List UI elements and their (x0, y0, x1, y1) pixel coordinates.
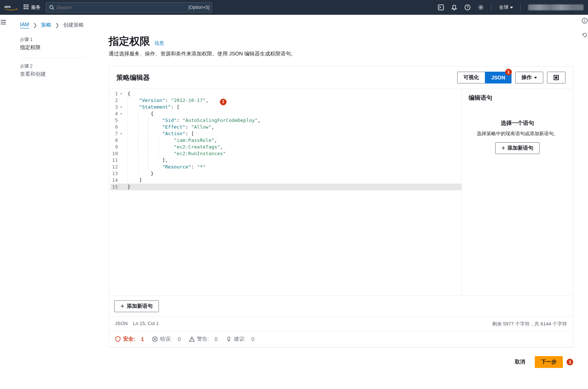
edit-statement-panel: 编辑语句 选择一个语句 选择策略中的现有语句或添加新语句。 +添加新语句 (462, 89, 573, 296)
svg-point-10 (50, 6, 53, 8)
svg-rect-2 (26, 4, 27, 6)
fullscreen-button[interactable] (547, 72, 565, 83)
editor-mode-toggle: 可视化 JSON (457, 72, 511, 83)
status-lang: JSON (115, 321, 128, 327)
panel-title: 策略编辑器 (116, 73, 457, 82)
hamburger-icon (1, 20, 6, 24)
code-line[interactable]: { (128, 91, 459, 97)
account-name-redacted (528, 4, 584, 10)
code-line[interactable]: "Resource": "*" (128, 164, 459, 170)
services-label: 服务 (31, 4, 41, 11)
json-code-editor[interactable]: 123456789101112131415 { "Version": "2012… (109, 89, 462, 296)
svg-point-15 (480, 7, 482, 8)
plus-icon: + (120, 304, 125, 308)
error-issues[interactable]: 错误: 0 (152, 336, 181, 342)
wizard-step-2[interactable]: 步骤 2 查看和创建 (20, 63, 86, 84)
svg-rect-17 (555, 76, 557, 79)
info-panel-toggle[interactable] (582, 18, 588, 25)
settings-icon[interactable] (478, 4, 484, 10)
step-title: 指定权限 (20, 44, 86, 51)
code-line[interactable]: "Effect": "Allow", (128, 124, 459, 130)
page-title: 指定权限 (109, 34, 150, 48)
gutter-line: 12 (111, 164, 122, 170)
step-title: 查看和创建 (20, 71, 86, 78)
grid-icon (24, 4, 29, 11)
add-statement-button[interactable]: +添加新语句 (114, 300, 159, 312)
svg-point-22 (191, 340, 192, 341)
region-selector[interactable]: 全球 (499, 4, 513, 11)
aws-logo[interactable]: aws (4, 4, 18, 11)
code-line[interactable]: "ec2:RunInstances" (128, 150, 459, 157)
status-cursor-pos: Ln 15, Col 1 (133, 321, 159, 327)
svg-rect-9 (27, 8, 28, 9)
account-menu[interactable] (528, 4, 584, 10)
info-link[interactable]: 信息 (154, 40, 164, 47)
status-char-count: 剩余 5977 个字符，共 6144 个字符 (492, 321, 567, 327)
gutter-line: 3 (111, 104, 122, 110)
callout-badge-1: 1 (505, 69, 512, 75)
gutter-line: 7 (111, 130, 122, 137)
gutter-line: 13 (111, 170, 122, 177)
step-number: 步骤 1 (20, 37, 86, 43)
right-rail (581, 15, 588, 39)
warning-icon (189, 336, 195, 342)
step-number: 步骤 2 (20, 63, 86, 69)
svg-rect-4 (24, 6, 25, 7)
security-issues[interactable]: 安全: 1 (115, 336, 144, 342)
svg-rect-1 (24, 4, 25, 6)
chevron-right-icon: ❯ (55, 22, 60, 28)
gutter-line: 2 (111, 97, 122, 104)
add-statement-button-side[interactable]: +添加新语句 (495, 142, 540, 154)
search-shortcut: [Option+S] (188, 5, 210, 10)
gutter-line: 15 (111, 184, 125, 190)
help-icon[interactable]: ? (465, 4, 470, 10)
search-icon (49, 5, 54, 10)
breadcrumb-current: 创建策略 (63, 22, 84, 28)
wizard-steps: 步骤 1 指定权限 步骤 2 查看和创建 (20, 34, 86, 368)
editor-issues-bar: 安全: 1 错误: 0 警告: 0 建议: 0 (109, 331, 573, 347)
actions-dropdown[interactable]: 操作 (515, 72, 543, 83)
lightbulb-icon (226, 336, 232, 342)
code-line[interactable]: "Statement": [ (128, 104, 459, 110)
notifications-icon[interactable] (451, 4, 457, 10)
services-menu-button[interactable]: 服务 (24, 4, 41, 11)
wizard-step-1[interactable]: 步骤 1 指定权限 (20, 37, 86, 58)
cloudshell-icon[interactable] (438, 4, 444, 10)
gutter-line: 9 (111, 144, 122, 150)
svg-rect-6 (27, 6, 28, 7)
breadcrumb-policies[interactable]: 策略 (41, 22, 51, 28)
svg-rect-5 (26, 6, 27, 7)
breadcrumb: IAM ❯ 策略 ❯ 创建策略 (20, 21, 573, 28)
gutter-line: 11 (111, 157, 122, 164)
visual-mode-button[interactable]: 可视化 (457, 72, 485, 83)
code-line[interactable]: } (125, 184, 462, 190)
policy-editor-panel: 策略编辑器 1 可视化 JSON 操作 (109, 66, 573, 347)
gutter-line: 1 (111, 91, 122, 97)
code-line[interactable]: } (128, 170, 459, 177)
code-line[interactable]: ], (128, 157, 459, 164)
code-line[interactable]: "ec2:CreateTags", (128, 144, 459, 150)
code-line[interactable]: "Version": "2012-10-17", (128, 97, 459, 104)
refresh-icon[interactable] (582, 32, 588, 39)
warning-issues[interactable]: 警告: 0 (189, 336, 218, 342)
gutter-line: 5 (111, 117, 122, 124)
code-line[interactable]: ] (128, 177, 459, 184)
next-button[interactable]: 下一步 (535, 356, 563, 368)
suggestion-issues[interactable]: 建议: 0 (226, 336, 255, 342)
code-line[interactable]: "Sid": "AutoScalingForCodeDeploy", (128, 117, 459, 124)
side-panel-title: 编辑语句 (469, 94, 566, 102)
left-nav-toggle[interactable] (0, 15, 7, 381)
global-search[interactable]: [Option+S] (46, 2, 212, 13)
callout-badge-2: 2 (220, 99, 227, 105)
search-input[interactable] (54, 5, 209, 10)
caret-down-icon (510, 7, 513, 8)
svg-rect-7 (24, 8, 25, 9)
code-line[interactable]: { (128, 110, 459, 117)
shield-icon (115, 336, 121, 342)
cancel-button[interactable]: 取消 (509, 356, 531, 368)
plus-icon: + (502, 146, 506, 150)
breadcrumb-iam[interactable]: IAM (20, 21, 29, 28)
code-line[interactable]: "iam:PassRole", (128, 137, 459, 144)
page-description: 通过选择服务、操作、资源和条件来添加权限。使用 JSON 编辑器生成权限语句。 (109, 51, 573, 57)
code-line[interactable]: "Action": [ (128, 130, 459, 137)
